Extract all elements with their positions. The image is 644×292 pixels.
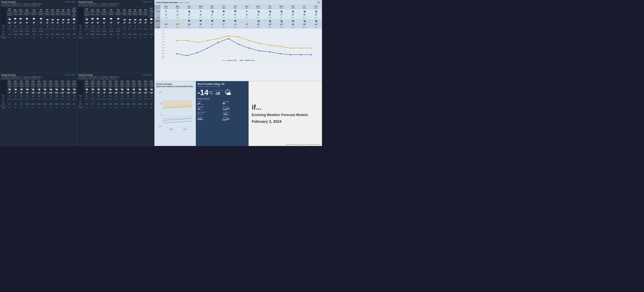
feels-cell: -14 [113,94,119,98]
prev-btn-tr[interactable]: ‹ PREV [142,1,148,3]
wind-cell: 4 SE [71,33,77,36]
feels-cell: -16 [54,94,60,98]
weather-icon-cell: ☁ [132,17,138,21]
feels-cell: -15 [48,94,54,98]
weather-icon-cell: ☁ [127,17,132,21]
chart-legend: Daytime high Nighttime low [154,59,322,62]
hourly-nav-tr[interactable]: ‹ PREV NEXT › [142,1,154,3]
feels-cell: -11 [12,24,18,28]
svg-point-40 [228,38,229,39]
weather-icon-cell: 🌨 [23,17,30,21]
snow-cell: - [54,100,60,102]
windgust-detail: Wind gust 7 km/h [198,111,222,115]
svg-point-36 [186,55,188,56]
snow-cell: - [113,100,119,102]
wind-cell: 4 NW [12,33,18,36]
prev-btn-bl[interactable]: ‹ PREV [64,74,70,76]
next-btn-tr[interactable]: NEXT › [148,1,154,3]
snow-cell: <1 cm [108,30,115,33]
credits-text: Screenshots/Data Courtesy of The Weather… [286,144,321,145]
night-icon-cell: 🌙 [160,19,172,23]
wind-row: Wind(km/h)4 N4 NW4 NW4 NW4 W5 W5 W5 W5 S… [0,33,77,36]
prev-btn-tl[interactable]: ‹ PREV [64,1,70,3]
time-header-cell: Sun12 amPartly cloudy [101,80,107,87]
feels-row: Feelslike-9-9-10-11-12-14-14-15-16-16-16… [78,94,154,98]
wind-cell: 4 NW [95,33,100,36]
current-weather-panel: Mont-Tremblant-Village, QC Updated on Sa… [196,81,248,146]
hourly-date-bl: SATURDAY, FEBRUARY 3 - TUESDAY, FEBRUARY… [1,76,76,78]
wind-cell: 5 NE [36,102,42,106]
prev-btn-br[interactable]: ‹ PREV [142,74,148,76]
temp-cell: -8° [18,91,24,94]
feels-cell: -6 [55,24,60,28]
hourly-nav-br[interactable]: ‹ PREV NEXT › [142,74,154,76]
day-col-02/12: Mon 02/12 [252,5,264,10]
snow-cell: - [60,30,66,33]
feels-cell: -16 [142,94,148,98]
gust-cell: 8 [71,106,77,109]
gust-cell: 8 [122,36,127,39]
svg-text:6°C: 6°C [162,33,164,34]
day-temp-cell: -1° [195,13,206,17]
pop-cell: 20 % [18,98,24,100]
feels-cell: -7 [60,24,66,28]
day-pop-cell: 60 % [299,17,310,19]
svg-text:-18°C: -18°C [161,55,164,57]
temp-cell: -12° [54,91,60,94]
pop-cell: 30 % [30,28,38,30]
weather-icon-cell: ☁ [138,17,143,21]
close-button[interactable]: ✕ [317,1,320,4]
gust-cell: 6 [30,36,38,39]
feels-cell: -7 [108,24,115,28]
wind-cell: 5 SW [55,33,60,36]
time-header-cell: Sun7 amMainly sunny [65,80,71,87]
feels-cell: -6 [45,24,50,28]
day-col-02/05: Mon 02/05 [172,5,183,10]
ov-night-icon-row: Night🌙🌙🌨🌨🌨🌧🌨🌙🌤🌤🌤🌤🌤🌤 [154,19,322,23]
pop-cell: 20 % [137,98,142,100]
time-header-row-br: Sat9 pmPartly cloudySat10 pmPartly cloud… [78,80,154,87]
feels-row: Feelslike-9-9-10-11-12-14-14-15-16-16-16… [0,94,77,98]
svg-point-21 [176,40,177,41]
temp-cell: -4° [55,21,60,25]
temp-cell: -7° [90,91,96,94]
weather-icon-cell: ☁ [60,17,66,21]
day-icon-cell: ☀ [195,10,206,13]
wind-cell: 5 W [122,33,127,36]
night-temp-cell: -17° [172,23,183,26]
next-btn-tl[interactable]: NEXT › [71,1,76,3]
svg-text:MAR: MAR [184,128,187,130]
hourly-nav-tl[interactable]: ‹ PREV NEXT › [64,1,76,3]
gust-cell: 9 [137,106,142,109]
gust-cell: 9 [131,106,137,109]
pop-cell: 30 % [55,28,60,30]
weather-icon-cell: ☁ [66,17,71,21]
feels-cell: -12 [107,94,113,98]
current-updated: Updated on Sat, Feb 3 at 8:18 AM [198,85,247,87]
temp-row: -11°-9°-8°-6°-5°-5°-4°-4°-4°-5°-5°-6° [0,21,77,25]
night-pop-cell: 60 % [299,26,310,29]
day-pop-cell: 60 % [310,17,322,19]
next-btn-bl[interactable]: NEXT › [71,74,76,76]
pop-cell: 10 % [107,98,113,100]
pop-cell: 30 % [66,28,71,30]
weather-icon-cell: 🌤 [48,87,54,91]
day-temp-cell: -1° [172,13,183,17]
temp-cell: -7° [12,91,18,94]
weather-icon-cell: ☁ [50,17,55,21]
pop-cell: 20 % [131,98,137,100]
overview-body: Day☀☀🌤☀🌤🌧🌨☀🌤🌤🌤🌤🌤🌤-1°-1°-3°-1°1°4°3°-1°-4… [154,10,322,29]
day-temp-cell: 4° [218,13,229,17]
temp-cell: -10° [71,91,77,94]
svg-point-45 [280,53,281,54]
time-header-cell: Sat7 pmMainly cloudy [143,7,148,17]
ov-night-temp-row: -15°-17°-14°-9°-3°1°-5°-9°-12°-13°-15°-1… [154,23,322,26]
snow-cell: <1 cm [90,30,95,33]
pop-cell: 20 % [6,98,12,100]
feels-cell: -9 [18,24,23,28]
temp-cell: -10° [30,91,36,94]
wind-cell: 4 NE [101,102,107,106]
svg-text:-7°: -7° [160,114,162,116]
hourly-nav-bl[interactable]: ‹ PREV NEXT › [64,74,76,76]
next-btn-br[interactable]: NEXT › [148,74,154,76]
